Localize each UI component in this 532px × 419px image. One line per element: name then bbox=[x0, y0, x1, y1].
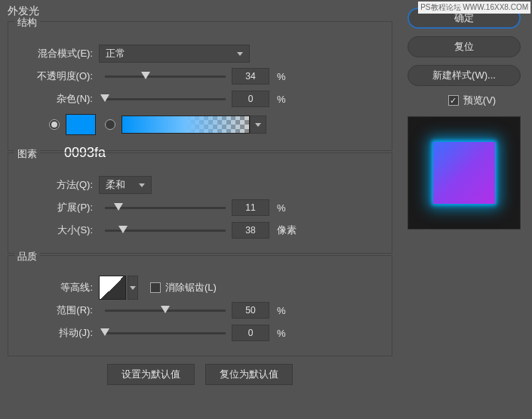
chevron-down-icon bbox=[255, 123, 261, 127]
preview-swatch bbox=[433, 142, 495, 204]
label-method: 方法(Q): bbox=[17, 178, 93, 192]
label-range: 范围(R): bbox=[17, 303, 93, 317]
method-value: 柔和 bbox=[106, 178, 125, 192]
color-swatch[interactable] bbox=[66, 114, 96, 135]
blend-mode-value: 正常 bbox=[106, 47, 125, 60]
label-opacity: 不透明度(O): bbox=[17, 69, 93, 83]
outer-glow-panel: 外发光 结构 混合模式(E): 正常 不透明度(O): % 杂色(N): % bbox=[0, 0, 400, 419]
jitter-slider[interactable] bbox=[105, 325, 226, 340]
section-label-quality: 品质 bbox=[14, 250, 40, 263]
range-slider[interactable] bbox=[105, 303, 226, 318]
unit-percent: % bbox=[277, 71, 300, 82]
chevron-down-icon bbox=[130, 286, 136, 290]
preview-checkbox[interactable] bbox=[448, 95, 459, 106]
label-contour: 等高线: bbox=[17, 281, 93, 294]
reset-button[interactable]: 复位 bbox=[407, 36, 521, 57]
unit-percent: % bbox=[277, 328, 300, 339]
section-label-elements: 图素 bbox=[14, 147, 40, 161]
label-antialias: 消除锯齿(L) bbox=[165, 281, 217, 294]
unit-pixels: 像素 bbox=[277, 223, 300, 237]
panel-title: 外发光 bbox=[8, 5, 392, 18]
gradient-preview[interactable] bbox=[121, 116, 250, 134]
section-label-structure: 结构 bbox=[14, 16, 40, 29]
label-blend-mode: 混合模式(E): bbox=[17, 47, 93, 60]
opacity-slider[interactable] bbox=[105, 69, 226, 84]
label-size: 大小(S): bbox=[17, 223, 93, 237]
contour-picker[interactable] bbox=[99, 276, 126, 300]
unit-percent: % bbox=[277, 94, 300, 105]
noise-input[interactable] bbox=[232, 91, 269, 107]
blend-mode-dropdown[interactable]: 正常 bbox=[99, 45, 250, 63]
spread-input[interactable] bbox=[232, 199, 269, 216]
new-style-button[interactable]: 新建样式(W)... bbox=[407, 65, 521, 86]
set-default-button[interactable]: 设置为默认值 bbox=[107, 364, 195, 385]
size-input[interactable] bbox=[232, 222, 269, 239]
section-quality: 品质 等高线: 消除锯齿(L) 范围(R): % 抖动(J): % bbox=[8, 255, 392, 356]
label-preview: 预览(V) bbox=[463, 94, 496, 107]
right-panel: 确定 复位 新建样式(W)... 预览(V) bbox=[400, 0, 532, 419]
section-elements: 图素 方法(Q): 柔和 扩展(P): % 大小(S): 像素 bbox=[8, 153, 392, 254]
size-slider[interactable] bbox=[105, 223, 226, 238]
label-noise: 杂色(N): bbox=[17, 92, 93, 106]
opacity-input[interactable] bbox=[232, 68, 269, 85]
color-radio[interactable] bbox=[49, 119, 60, 130]
reset-default-button[interactable]: 复位为默认值 bbox=[205, 364, 293, 385]
unit-percent: % bbox=[277, 305, 300, 316]
range-input[interactable] bbox=[232, 302, 269, 319]
contour-dropdown[interactable] bbox=[128, 276, 138, 300]
section-structure: 结构 混合模式(E): 正常 不透明度(O): % 杂色(N): % bbox=[8, 21, 392, 151]
chevron-down-icon bbox=[139, 183, 145, 187]
watermark: PS教程论坛 WWW.16XX8.COM bbox=[418, 2, 530, 14]
label-jitter: 抖动(J): bbox=[17, 326, 93, 340]
label-spread: 扩展(P): bbox=[17, 201, 93, 214]
unit-percent: % bbox=[277, 202, 300, 214]
gradient-dropdown[interactable] bbox=[250, 116, 266, 134]
chevron-down-icon bbox=[237, 52, 243, 56]
preview-box bbox=[407, 116, 521, 230]
noise-slider[interactable] bbox=[105, 91, 226, 106]
antialias-checkbox[interactable] bbox=[150, 282, 161, 293]
gradient-radio[interactable] bbox=[105, 119, 115, 130]
method-dropdown[interactable]: 柔和 bbox=[99, 176, 152, 194]
jitter-input[interactable] bbox=[232, 325, 269, 341]
spread-slider[interactable] bbox=[105, 200, 226, 215]
